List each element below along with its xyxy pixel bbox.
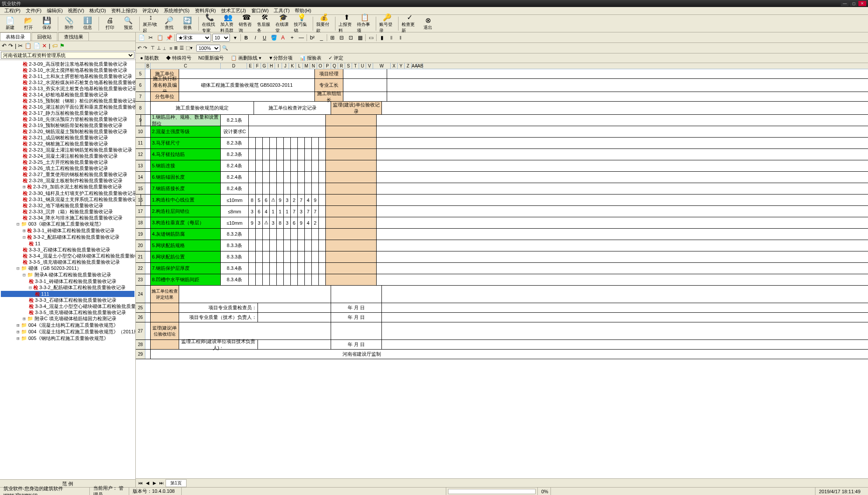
font-select[interactable]: ★宋体: [176, 34, 211, 42]
italic-icon[interactable]: I: [251, 34, 259, 42]
tree-item[interactable]: 检 2-3-17_静力压桩检验批质量验收记录: [1, 110, 134, 116]
close-btn[interactable]: ✕: [858, 1, 866, 6]
toolbar-上报资料[interactable]: ⬆上报资料: [338, 16, 355, 32]
fwd-icon[interactable]: ↷: [8, 42, 13, 49]
tree-item[interactable]: 检 2-3-25_土方开挖检验批质量验收记录: [1, 159, 134, 165]
toolbar-保存[interactable]: 💾保存: [39, 16, 55, 32]
fill-icon[interactable]: 🪣: [270, 34, 278, 42]
action-btn[interactable]: ✓ 评定: [326, 54, 346, 62]
action-btn[interactable]: 📋 画删除线 ▾: [228, 54, 264, 62]
menu-item[interactable]: 编辑(E): [44, 7, 66, 14]
toolbar-退出[interactable]: ⊗退出: [420, 16, 436, 32]
sup-icon[interactable]: b²: [308, 34, 316, 42]
toolbar-查找[interactable]: 🔎查找: [161, 16, 177, 32]
al-icon[interactable]: ≡: [169, 46, 172, 51]
spreadsheet[interactable]: BCDEFGHIJKLMNOPQRSTUVWXYZAAAB 5施工单位项目经理6…: [136, 63, 868, 478]
menu-item[interactable]: 系统维护(S): [161, 7, 192, 14]
tree-item[interactable]: 检 2-3-26_填土工程检验批质量验收记录: [1, 165, 134, 171]
tree-item[interactable]: 检 3-3-5_填充墙砌体工程检验批质量验收记录: [1, 309, 134, 315]
first-icon[interactable]: ⏮: [138, 481, 144, 485]
tree-item[interactable]: ⊞ 检 2-3-29_加筋水泥土桩检验批质量验收记录: [1, 184, 134, 190]
tree-item[interactable]: 检 3-3-3_石砌体工程检验批质量验收记录: [1, 247, 134, 253]
tree-item[interactable]: 检 2-3-34_降水与排水施工检验批质量验收记录: [1, 215, 134, 221]
sheet-tab[interactable]: 第1页: [166, 479, 187, 487]
menu-item[interactable]: 资料上报(D): [109, 7, 140, 14]
tree-item[interactable]: 检 111: [1, 291, 134, 297]
next-icon[interactable]: ▶: [152, 481, 158, 485]
minus-icon[interactable]: —: [297, 34, 305, 42]
left-tab[interactable]: 回收站: [32, 32, 57, 41]
toolbar-技巧集锦[interactable]: 💡技巧集锦: [293, 16, 310, 32]
tree-item[interactable]: 检 2-3-13_夯实水泥土桩复合地基检验批质量验收记录: [1, 85, 134, 92]
toolbar-检查更新[interactable]: ✓检查更新: [401, 16, 418, 32]
action-btn[interactable]: ▼分部分项: [266, 54, 295, 62]
tree-item[interactable]: ⊟ 📁 003《砌体工程施工质量验收规范》: [1, 221, 134, 227]
tree-item[interactable]: 检 2-3-19_预制桩钢筋骨架检验批质量验收记录: [1, 122, 134, 128]
last-icon[interactable]: ⏭: [159, 481, 165, 485]
toolbar-销售咨询[interactable]: ☎销售咨询: [238, 16, 255, 32]
prev-icon[interactable]: ◀: [145, 481, 151, 485]
border1-icon[interactable]: ⊞: [328, 34, 336, 42]
border4-icon[interactable]: ▦: [356, 34, 364, 42]
t3-icon[interactable]: ⟂: [163, 46, 166, 51]
tree-item[interactable]: 检 2-3-15_预制桩（钢桩）桩位的检验批质量验收记录: [1, 98, 134, 104]
plus-icon[interactable]: +: [288, 34, 296, 42]
tree-item[interactable]: 检 2-3-16_灌注桩的平面位置和垂直度检验批质量验收记录: [1, 104, 134, 110]
menu-item[interactable]: 格式(O): [87, 7, 109, 14]
grid3-icon[interactable]: ⦀: [396, 34, 404, 42]
toolbar-信息[interactable]: ℹ️信息: [79, 16, 96, 32]
tree-item[interactable]: 检 2-3-23_混凝土灌注桩钢筋笼检验批质量验收记录: [1, 147, 134, 153]
left-tab[interactable]: 表格目录: [0, 32, 31, 41]
tree-item[interactable]: ⊞ 📁 004《混凝土结构工程施工质量验收规范》: [1, 322, 134, 329]
tree-item[interactable]: 检 2-3-27_重复使用的钢板桩检验批质量验收记录: [1, 171, 134, 177]
toolbar-展开/收起[interactable]: ↕展开/收起: [142, 16, 159, 32]
ar-icon[interactable]: ☰: [180, 45, 184, 51]
t2-icon[interactable]: ⊥: [157, 45, 161, 51]
menu-item[interactable]: 视图(V): [65, 7, 87, 14]
toolbar-我要付款[interactable]: 💰我要付款: [316, 16, 332, 32]
merge-icon[interactable]: ▭: [367, 34, 375, 42]
tree-item[interactable]: 检 3-3-4_混凝土小型空心砌块砌体工程检验批质量验收记录: [1, 253, 134, 259]
dec-icon[interactable]: ▾: [231, 34, 239, 42]
paste-icon[interactable]: 📄: [33, 42, 40, 49]
tree-item[interactable]: 检 2-3-12_水泥粉煤灰碎石桩复合地基检验批质量验收记录: [1, 79, 134, 85]
toolbar-附件[interactable]: 📎附件: [61, 16, 78, 32]
action-btn[interactable]: N0重新编号: [196, 54, 226, 62]
tree-item[interactable]: 检 2-3-18_先张法预应力管桩检验批质量验收记录: [1, 116, 134, 122]
tree-item[interactable]: 检 2-3-28_混凝土板桩制作检验批质量验收记录: [1, 177, 134, 184]
tree-item[interactable]: 检 2-3-21_成品钢桩检验批质量验收记录: [1, 134, 134, 141]
tree-item[interactable]: 检 2-3-20_钢筋混凝土预制桩检验批质量验收记录: [1, 128, 134, 134]
action-btn[interactable]: ◆ 特殊符号: [163, 54, 194, 62]
copy-icon[interactable]: 📋: [25, 42, 32, 49]
redo-icon[interactable]: ↷: [143, 45, 147, 51]
tree-item[interactable]: ⊞ 📁 004《混凝土结构工程施工质量验收规范》（2011版）: [1, 329, 134, 335]
menu-item[interactable]: 文件(F): [23, 7, 44, 14]
grid2-icon[interactable]: ⫴: [387, 34, 395, 42]
ac-icon[interactable]: ≣: [174, 45, 178, 51]
toolbar-售后服务[interactable]: 🛠售后服务: [257, 16, 273, 32]
color-icon[interactable]: A: [279, 34, 287, 42]
toolbar-打印[interactable]: 🖨打印: [102, 16, 118, 32]
filter-select[interactable]: 河南省建筑工程资料管理系统: [1, 52, 134, 59]
flag-icon[interactable]: ⚑: [60, 42, 65, 49]
toolbar-新建[interactable]: 📄新建: [2, 16, 18, 32]
tree-item[interactable]: 检 3-3-4_混凝土小型空心砌块砌体工程检验批质量验收: [1, 303, 134, 309]
maximize-btn[interactable]: ◻: [850, 1, 857, 6]
tree-item[interactable]: 检 3-3-5_填充墙砌体工程检验批质量验收记录: [1, 259, 134, 265]
toolbar-打开[interactable]: 📂打开: [20, 16, 37, 32]
tree-item[interactable]: 检 3-3-3_石砌体工程检验批质量验收记录: [1, 297, 134, 303]
border3-icon[interactable]: ⊡: [347, 34, 355, 42]
paste-icon[interactable]: 📌: [165, 34, 173, 42]
cut-icon[interactable]: ✂: [147, 34, 155, 42]
cut-icon[interactable]: ✂: [18, 42, 23, 49]
toolbar-待办事项[interactable]: 📋待办事项: [356, 16, 373, 32]
aj-icon[interactable]: ⬚▾: [186, 45, 193, 51]
tree-item[interactable]: 检 2-3-10_水泥土搅拌桩地基检验批质量验收记录: [1, 67, 134, 73]
tree-item[interactable]: 检 11: [1, 240, 134, 247]
tree-item[interactable]: 检 2-3-24_混凝土灌注桩检验批质量验收记录: [1, 153, 134, 159]
t1-icon[interactable]: ⊤: [151, 45, 155, 51]
tree-item[interactable]: ⊞ 检 3-3-1_砖砌体工程检验批质量验收记录: [1, 227, 134, 234]
tree-item[interactable]: ⊞ 📁 005《钢结构工程施工质量验收规范》: [1, 335, 134, 342]
tree[interactable]: 检 2-3-09_高压喷射注浆地基检验批质量验收记录检 2-3-10_水泥土搅拌…: [0, 60, 135, 479]
tree-item[interactable]: 检 2-3-30_锚杆及土钉墙支护工程检验批质量验收记录: [1, 190, 134, 196]
